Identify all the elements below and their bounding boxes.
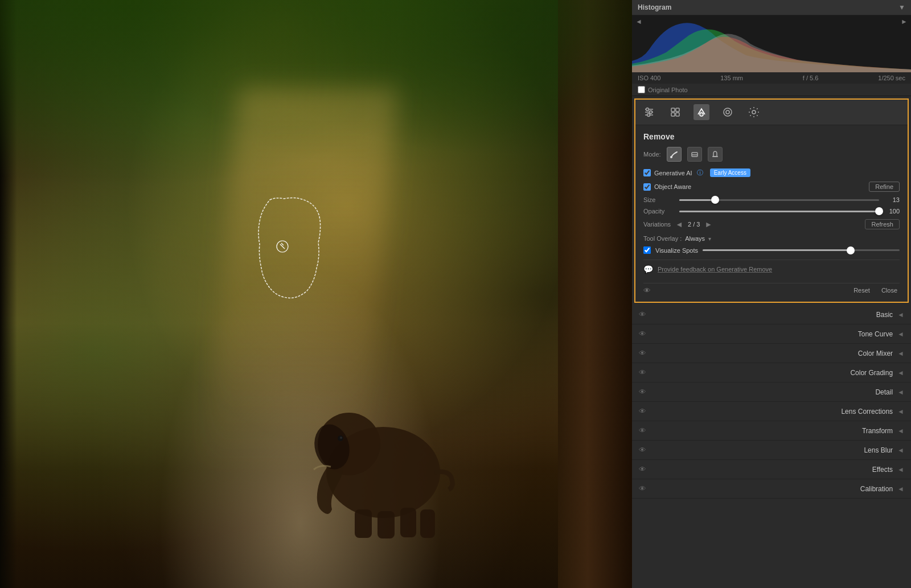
color-mixer-eye-icon[interactable]: 👁 xyxy=(639,349,646,357)
svg-point-15 xyxy=(647,114,650,117)
original-photo-label: Original Photo xyxy=(648,87,688,93)
transform-eye-icon[interactable]: 👁 xyxy=(639,426,646,435)
lens-blur-label: Lens Blur xyxy=(651,446,893,454)
effects-eye-icon[interactable]: 👁 xyxy=(639,465,646,474)
variations-label: Variations xyxy=(643,221,671,228)
tone-curve-arrow-icon: ◄ xyxy=(897,330,904,338)
settings-tool-icon[interactable] xyxy=(746,104,762,120)
visualize-spots-label: Visualize Spots xyxy=(655,247,698,254)
opacity-label: Opacity xyxy=(643,208,675,215)
variations-row: Variations ◄ 2 / 3 ► Refresh xyxy=(643,219,900,229)
svg-rect-27 xyxy=(712,156,718,157)
elephant-subject xyxy=(303,359,463,541)
size-slider-fill xyxy=(679,199,715,201)
feedback-icon: 💬 xyxy=(643,265,653,274)
visualize-spots-checkbox[interactable] xyxy=(643,246,651,254)
variations-next-arrow[interactable]: ► xyxy=(704,220,712,229)
svg-point-14 xyxy=(650,111,653,114)
tool-overlay-value: Always xyxy=(685,235,705,242)
variations-prev-arrow[interactable]: ◄ xyxy=(675,220,683,229)
panel-item-effects[interactable]: 👁 Effects ◄ xyxy=(632,460,911,479)
transform-arrow-icon: ◄ xyxy=(897,427,904,435)
svg-rect-17 xyxy=(676,108,679,112)
effects-arrow-icon: ◄ xyxy=(897,466,904,474)
feedback-row: 💬 Provide feedback on Generative Remove xyxy=(643,260,900,278)
close-button[interactable]: Close xyxy=(879,286,900,295)
histogram-section: Histogram ▼ ◄ ► ISO 400 135 mm f / 5.6 1… xyxy=(632,0,911,96)
svg-point-23 xyxy=(752,110,756,114)
visualize-spots-fill xyxy=(703,249,850,251)
svg-point-22 xyxy=(726,110,729,114)
histogram-canvas: ◄ ► xyxy=(632,15,911,72)
detail-label: Detail xyxy=(651,388,893,396)
brush-mode-btn[interactable] xyxy=(667,147,682,162)
panel-eye-icon[interactable]: 👁 xyxy=(643,286,651,295)
mode-label: Mode: xyxy=(643,151,661,158)
basic-eye-icon[interactable]: 👁 xyxy=(639,310,646,319)
panel-item-detail[interactable]: 👁 Detail ◄ xyxy=(632,383,911,402)
remove-title: Remove xyxy=(643,132,900,141)
panel-item-calibration[interactable]: 👁 Calibration ◄ xyxy=(632,479,911,499)
healing-tool-icon[interactable] xyxy=(693,104,709,120)
visualize-spots-row: Visualize Spots xyxy=(643,246,900,254)
size-value: 13 xyxy=(884,196,900,203)
generative-ai-info-icon[interactable]: ⓘ xyxy=(697,168,703,177)
feedback-text[interactable]: Provide feedback on Generative Remove xyxy=(658,266,772,273)
size-slider-track[interactable] xyxy=(679,199,879,201)
panel-item-transform[interactable]: 👁 Transform ◄ xyxy=(632,421,911,441)
reset-button[interactable]: Reset xyxy=(851,286,872,295)
svg-rect-6 xyxy=(400,508,416,537)
opacity-slider-thumb[interactable] xyxy=(875,207,883,215)
visualize-spots-thumb[interactable] xyxy=(847,246,855,254)
tone-curve-label: Tone Curve xyxy=(651,330,893,338)
tool-overlay-label: Tool Overlay : xyxy=(643,235,682,242)
panel-item-color-grading[interactable]: 👁 Color Grading ◄ xyxy=(632,363,911,383)
svg-rect-19 xyxy=(676,113,679,116)
masking-tool-icon[interactable] xyxy=(720,104,736,120)
histogram-collapse-icon[interactable]: ▼ xyxy=(898,3,905,11)
stamp-mode-btn[interactable] xyxy=(708,147,723,162)
visualize-spots-slider[interactable] xyxy=(703,249,900,251)
generative-ai-checkbox[interactable] xyxy=(643,169,651,176)
svg-rect-4 xyxy=(355,509,372,538)
lens-corrections-label: Lens Corrections xyxy=(651,408,893,416)
panel-item-basic[interactable]: 👁 Basic ◄ xyxy=(632,305,911,324)
svg-point-13 xyxy=(646,108,649,111)
color-grading-eye-icon[interactable]: 👁 xyxy=(639,368,646,377)
photo-canvas xyxy=(0,0,632,588)
presets-tool-icon[interactable] xyxy=(667,104,683,120)
lens-corrections-eye-icon[interactable]: 👁 xyxy=(639,407,646,416)
detail-arrow-icon: ◄ xyxy=(897,388,904,396)
refresh-button[interactable]: Refresh xyxy=(865,219,900,229)
original-photo-row: Original Photo xyxy=(632,84,911,96)
panel-item-lens-blur[interactable]: 👁 Lens Blur ◄ xyxy=(632,441,911,460)
refine-button[interactable]: Refine xyxy=(869,182,900,192)
object-aware-checkbox[interactable] xyxy=(643,183,651,191)
opacity-slider-fill xyxy=(679,211,879,212)
tool-overlay-row: Tool Overlay : Always ▾ xyxy=(643,235,900,242)
original-photo-checkbox[interactable] xyxy=(638,86,645,93)
panel-item-color-mixer[interactable]: 👁 Color Mixer ◄ xyxy=(632,344,911,363)
basic-label: Basic xyxy=(651,311,893,319)
tone-curve-eye-icon[interactable]: 👁 xyxy=(639,330,646,338)
eraser-mode-btn[interactable] xyxy=(687,147,702,162)
lens-blur-eye-icon[interactable]: 👁 xyxy=(639,446,646,454)
tool-overlay-arrow-icon[interactable]: ▾ xyxy=(708,236,711,242)
adjustments-tool-icon[interactable] xyxy=(641,104,657,120)
aperture-value: f / 5.6 xyxy=(803,75,819,81)
panel-item-tone-curve[interactable]: 👁 Tone Curve ◄ xyxy=(632,324,911,344)
svg-point-24 xyxy=(670,156,672,158)
svg-point-21 xyxy=(724,108,732,116)
svg-rect-18 xyxy=(671,113,675,116)
panel-item-lens-corrections[interactable]: 👁 Lens Corrections ◄ xyxy=(632,402,911,421)
calibration-eye-icon[interactable]: 👁 xyxy=(639,484,646,493)
bottom-actions: 👁 Reset Close xyxy=(643,283,900,295)
remove-section: Remove Mode: Generative AI ⓘ Early xyxy=(635,125,908,302)
detail-eye-icon[interactable]: 👁 xyxy=(639,388,646,396)
opacity-slider-track[interactable] xyxy=(679,211,879,212)
early-access-badge: Early Access xyxy=(710,168,750,177)
calibration-label: Calibration xyxy=(651,485,893,493)
svg-point-20 xyxy=(700,113,703,116)
size-slider-thumb[interactable] xyxy=(711,196,719,204)
shutter-value: 1/250 sec xyxy=(878,75,905,81)
